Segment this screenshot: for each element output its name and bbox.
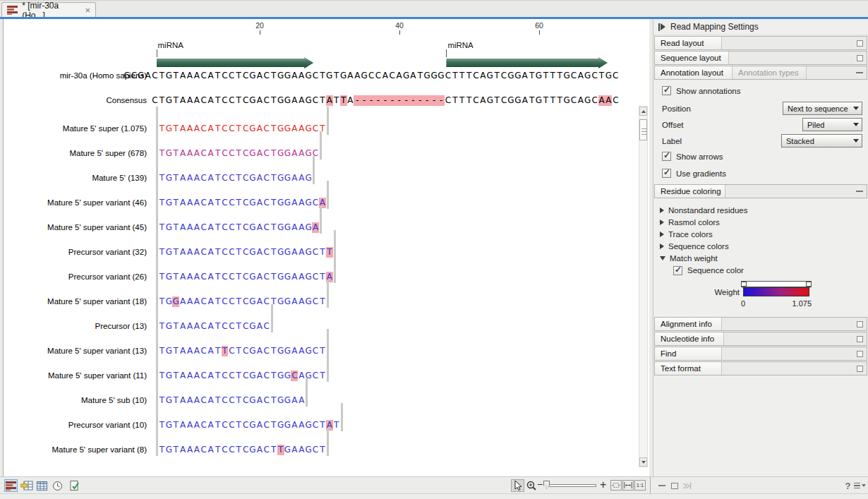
popout-icon[interactable]: [857, 366, 863, 372]
sequence-color-checkbox[interactable]: [673, 266, 682, 275]
read-sequence[interactable]: TGTAAACATCCTCGAC: [159, 321, 270, 332]
panel-group-nucleotide-info[interactable]: Nucleotide info: [654, 332, 867, 346]
residue: A: [179, 124, 186, 134]
weight-slider-track[interactable]: [741, 281, 812, 287]
expand-side-panel-button[interactable]: [668, 479, 681, 492]
show-arrows-checkbox[interactable]: [662, 152, 671, 161]
alignment-view[interactable]: 204060miRNAmiRNAmir-30a (Homo sapiens)GC…: [3, 19, 649, 476]
popout-icon[interactable]: [857, 351, 863, 357]
tree-item-nonstandard-residues[interactable]: Nonstandard residues: [653, 204, 868, 216]
fit-selection-button[interactable]: [610, 480, 622, 491]
mirna-annotation-arrow[interactable]: [446, 57, 608, 68]
read-sequence[interactable]: TGTAAACATCCTCGACTGGAAGCA: [159, 198, 326, 208]
zoom-in-button[interactable]: +: [600, 479, 606, 491]
element-info-button[interactable]: [68, 479, 81, 492]
residue: A: [179, 371, 186, 381]
open-table-button[interactable]: [20, 479, 33, 492]
panel-group-sequence-layout[interactable]: Sequence layout: [654, 51, 867, 65]
read-sequence[interactable]: TGGAAACATCCTCGACTGGAAGCT: [159, 296, 326, 307]
read-sequence[interactable]: TGTAAACATCCTCGACTGGCAGCT: [159, 371, 326, 381]
residue: C: [200, 222, 207, 233]
use-gradients-checkbox[interactable]: [662, 169, 671, 178]
read-sequence[interactable]: TGTAAACATCCTCGACTGGAAGC: [159, 148, 319, 159]
dock-side-panel-button[interactable]: [680, 479, 694, 492]
read-start-marker: [156, 403, 158, 431]
weight-slider-handle-min[interactable]: [741, 282, 747, 287]
residue: T: [158, 71, 165, 81]
panel-group-read-layout[interactable]: Read layout: [654, 36, 867, 50]
read-sequence[interactable]: TGTAAACATCCTCGACTGGAAGCTT: [159, 247, 333, 258]
vertical-scrollbar[interactable]: [639, 106, 648, 467]
consensus-sequence[interactable]: CTGTAAACATCCTCGACTGGAAGCTATTA-----------…: [152, 95, 620, 106]
read-sequence[interactable]: TGTAAACATCCTCGACTTGAAGCT: [159, 445, 326, 455]
residue: G: [305, 173, 312, 184]
residue: G: [249, 296, 256, 307]
panel-group-text-format[interactable]: Text format: [654, 361, 867, 375]
panel-group-label[interactable]: Text format: [655, 362, 722, 375]
panel-group-annotation-layout[interactable]: Annotation layout Annotation types: [654, 66, 867, 80]
tree-item-match-weight[interactable]: Match weight: [653, 252, 868, 264]
table-view-button[interactable]: [35, 479, 49, 492]
popout-icon[interactable]: [857, 336, 863, 342]
residue: G: [165, 71, 172, 81]
read-sequence[interactable]: TGTAAACATCCTCGACTGGAAGCTAT: [159, 420, 340, 431]
panel-menu-button[interactable]: [853, 479, 867, 492]
zoom-100-button[interactable]: 1:1: [634, 480, 646, 491]
collapse-panel-icon[interactable]: [658, 23, 665, 31]
residue: G: [507, 95, 514, 106]
minimize-icon[interactable]: [856, 191, 863, 192]
scroll-down-button[interactable]: [639, 457, 647, 467]
read-sequence[interactable]: TGTAAACATCCTCGACTGGAAGA: [159, 222, 319, 233]
zoom-slider-handle[interactable]: [543, 481, 550, 489]
document-tab[interactable]: * [mir-30a (Ho...] ×: [1, 2, 96, 18]
read-sequence[interactable]: TGTAAACATCCTCGACTGGAAG: [159, 173, 313, 184]
tree-item-rasmol-colors[interactable]: Rasmol colors: [653, 216, 868, 228]
panel-group-label[interactable]: Nucleotide info: [655, 332, 724, 345]
position-dropdown[interactable]: Next to sequence: [783, 102, 862, 115]
tab-annotation-types[interactable]: Annotation types: [733, 66, 807, 79]
residue: G: [284, 198, 291, 208]
popout-icon[interactable]: [857, 40, 863, 47]
scrollbar-thumb[interactable]: [639, 119, 647, 140]
fit-width-button[interactable]: [622, 480, 634, 491]
panel-group-label[interactable]: Read layout: [655, 37, 722, 49]
panel-group-label[interactable]: Residue coloring: [655, 185, 725, 198]
panel-group-label[interactable]: Alignment info: [655, 318, 722, 330]
popout-icon[interactable]: [857, 321, 863, 327]
label-dropdown[interactable]: Stacked: [781, 134, 862, 148]
residue: C: [228, 198, 235, 208]
residue: G: [486, 71, 493, 81]
view-mapping-button[interactable]: [4, 479, 18, 492]
panel-group-find[interactable]: Find: [654, 347, 867, 361]
panel-group-alignment-info[interactable]: Alignment info: [654, 317, 867, 331]
residue: A: [298, 247, 305, 258]
tree-item-trace-colors[interactable]: Trace colors: [653, 228, 868, 240]
panel-group-label[interactable]: Sequence layout: [655, 52, 729, 64]
panel-group-label[interactable]: Find: [655, 347, 722, 360]
tree-item-sequence-colors[interactable]: Sequence colors: [653, 240, 868, 252]
panel-group-residue-coloring[interactable]: Residue coloring: [654, 184, 867, 198]
scroll-up-button[interactable]: [639, 107, 647, 116]
read-sequence[interactable]: TGTAAACATCCTCGACTGGAAGCTA: [159, 272, 333, 282]
tab-close-button[interactable]: ×: [85, 6, 90, 15]
read-sequence[interactable]: TGTAAACATCCTCGACTGGAAGCT: [159, 124, 326, 134]
minimize-icon[interactable]: [856, 72, 863, 73]
read-sequence[interactable]: TGTAAACATTCTCGACTGGAAGCT: [159, 346, 326, 356]
residue: A: [312, 222, 319, 233]
tab-annotation-layout[interactable]: Annotation layout: [655, 66, 733, 79]
sequence-color-label: Sequence color: [687, 266, 744, 275]
popout-icon[interactable]: [857, 55, 863, 61]
selection-tool-button[interactable]: [511, 479, 524, 492]
residue: G: [249, 148, 256, 159]
history-view-button[interactable]: [51, 479, 64, 492]
read-sequence[interactable]: TGTAAACATCCTCGACTGGAA: [159, 395, 306, 406]
collapse-side-panel-button[interactable]: [655, 479, 668, 492]
residue: C: [242, 71, 249, 81]
show-annotations-checkbox[interactable]: [662, 86, 671, 95]
zoom-out-button[interactable]: −: [537, 479, 543, 490]
reference-sequence[interactable]: GCGACTGTAAACATCCTCGACTGGAAGCTGTGAAGCCACA…: [123, 71, 619, 81]
mirna-annotation-arrow[interactable]: [157, 57, 314, 68]
weight-slider-handle-max[interactable]: [806, 282, 812, 287]
offset-dropdown[interactable]: Piled: [802, 118, 862, 131]
zoom-slider-track[interactable]: [547, 484, 596, 487]
